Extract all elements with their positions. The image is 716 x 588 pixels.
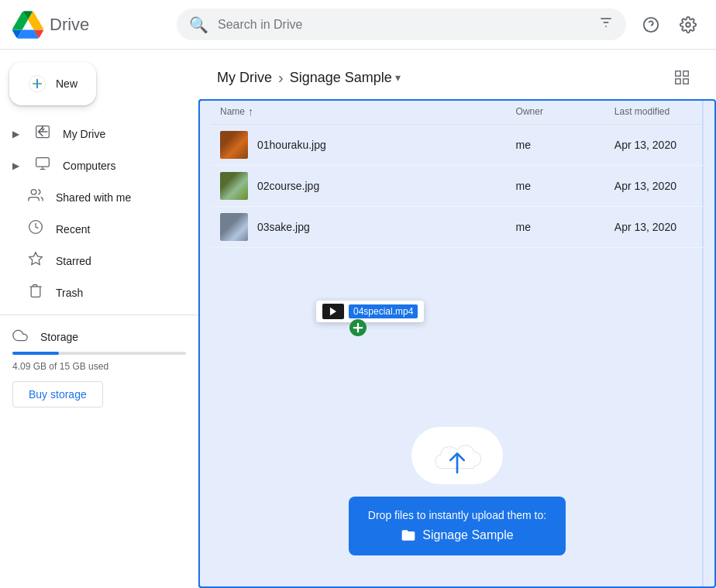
buy-storage-button[interactable]: Buy storage	[12, 381, 103, 407]
file-modified: Apr 13, 2020	[605, 125, 704, 166]
expand-arrow-my-drive: ▶	[12, 129, 19, 139]
table-row[interactable]: 02course.jpg me Apr 13, 2020	[211, 166, 704, 207]
new-icon	[28, 74, 46, 93]
column-header-name[interactable]: Name ↑	[211, 99, 507, 125]
storage-icon	[12, 328, 28, 346]
shared-icon	[28, 187, 43, 207]
table-row[interactable]: 01houraku.jpg me Apr 13, 2020	[211, 125, 704, 166]
sidebar-item-label-computers: Computers	[63, 160, 115, 172]
breadcrumb-separator-icon: ›	[278, 69, 284, 87]
file-table: Name ↑ Owner Last modified 01ho	[211, 99, 704, 248]
computers-icon	[35, 156, 50, 175]
drop-add-icon	[349, 319, 367, 336]
svg-rect-16	[676, 71, 680, 76]
column-header-owner[interactable]: Owner	[507, 99, 605, 125]
breadcrumb-parent[interactable]: My Drive	[217, 70, 272, 86]
file-owner: me	[507, 166, 605, 207]
topbar-actions	[635, 9, 704, 40]
svg-marker-15	[29, 253, 43, 265]
svg-point-5	[686, 22, 690, 27]
name-col-label: Name	[220, 106, 245, 117]
sidebar-item-label-recent: Recent	[56, 223, 90, 236]
file-name-cell: 01houraku.jpg	[220, 131, 497, 159]
new-button[interactable]: New	[9, 62, 96, 105]
sidebar-item-label-starred: Starred	[56, 255, 91, 267]
breadcrumb-dropdown-icon: ▾	[395, 71, 401, 84]
storage-bar-fill	[12, 352, 59, 355]
svg-rect-17	[683, 71, 688, 76]
sidebar-item-starred[interactable]: Starred	[0, 245, 189, 277]
storage-used-text: 4.09 GB of 15 GB used	[12, 361, 186, 372]
logo-area: Drive	[12, 9, 167, 40]
search-input[interactable]	[218, 18, 589, 32]
file-table-header: Name ↑ Owner Last modified	[211, 99, 704, 125]
upload-cloud-container	[411, 334, 503, 484]
sidebar-item-label-trash: Trash	[56, 287, 83, 299]
my-drive-icon	[35, 124, 50, 143]
search-bar: 🔍	[177, 9, 626, 40]
starred-icon	[28, 251, 43, 270]
expand-arrow-computers: ▶	[12, 160, 19, 171]
sort-ascending-icon: ↑	[248, 105, 253, 118]
storage-bar-bg	[12, 352, 186, 355]
sidebar-item-label-my-drive: My Drive	[63, 128, 105, 140]
file-thumbnail	[220, 131, 248, 159]
content-area: My Drive › Signage Sample ▾	[198, 50, 716, 588]
svg-rect-18	[676, 79, 680, 84]
drop-message-box: Drop files to instantly upload them to: …	[349, 497, 566, 555]
storage-title: Storage	[40, 331, 78, 343]
filter-icon[interactable]	[598, 15, 614, 34]
sidebar-item-my-drive[interactable]: ▶ My Drive	[0, 118, 189, 150]
file-modified: Apr 13, 2020	[605, 166, 704, 207]
svg-point-13	[31, 190, 36, 195]
drop-folder-name: Signage Sample	[367, 528, 547, 543]
recent-icon	[28, 219, 43, 239]
drop-message-text: Drop files to instantly upload them to:	[367, 509, 547, 521]
file-modified: Apr 13, 2020	[605, 207, 704, 248]
file-name-cell: 03sake.jpg	[220, 213, 497, 241]
upload-cloud-bg	[411, 427, 503, 484]
svg-marker-20	[330, 308, 336, 316]
sidebar-item-shared[interactable]: Shared with me	[0, 181, 189, 213]
drive-logo-icon	[12, 9, 43, 40]
sidebar-item-trash[interactable]: Trash	[0, 277, 189, 308]
search-icon: 🔍	[189, 15, 208, 34]
table-row[interactable]: 03sake.jpg me Apr 13, 2020	[211, 207, 704, 248]
file-thumbnail	[220, 172, 248, 200]
file-name: 03sake.jpg	[257, 221, 310, 233]
breadcrumb-current-label: Signage Sample	[290, 70, 392, 86]
topbar: Drive 🔍	[0, 0, 716, 50]
storage-label: Storage	[12, 328, 186, 346]
file-name: 02course.jpg	[257, 180, 319, 192]
file-table-body: 01houraku.jpg me Apr 13, 2020 02course.j…	[211, 125, 704, 248]
file-name: 01houraku.jpg	[257, 139, 326, 151]
sidebar-item-computers[interactable]: ▶ Computers	[0, 150, 189, 181]
main-layout: New ▶ My Drive ▶ Computer	[0, 50, 716, 588]
help-button[interactable]	[635, 9, 666, 40]
file-owner: me	[507, 125, 605, 166]
drop-folder-label: Signage Sample	[422, 528, 513, 542]
app-title: Drive	[50, 15, 89, 35]
sidebar-item-label-shared: Shared with me	[56, 191, 131, 204]
file-owner: me	[507, 207, 605, 248]
sidebar: New ▶ My Drive ▶ Computer	[0, 50, 198, 588]
column-header-modified[interactable]: Last modified	[605, 99, 704, 125]
new-button-label: New	[56, 77, 77, 90]
settings-button[interactable]	[673, 9, 704, 40]
content-header: My Drive › Signage Sample ▾	[198, 50, 716, 99]
folder-icon	[401, 528, 416, 543]
svg-rect-10	[36, 158, 50, 167]
drag-file-name: 04special.mp4	[349, 304, 418, 318]
file-name-cell: 02course.jpg	[220, 172, 497, 200]
sidebar-item-recent[interactable]: Recent	[0, 213, 189, 245]
drag-file-item: 04special.mp4	[316, 301, 424, 322]
trash-icon	[28, 283, 43, 302]
breadcrumb-current[interactable]: Signage Sample ▾	[290, 70, 401, 86]
cloud-upload-icon	[430, 439, 484, 478]
svg-rect-19	[683, 79, 688, 84]
file-table-container: Name ↑ Owner Last modified 01ho	[198, 99, 716, 588]
file-thumbnail	[220, 213, 248, 241]
view-toggle-button[interactable]	[666, 62, 697, 93]
sidebar-divider	[0, 315, 198, 315]
breadcrumb: My Drive › Signage Sample ▾	[217, 69, 401, 87]
